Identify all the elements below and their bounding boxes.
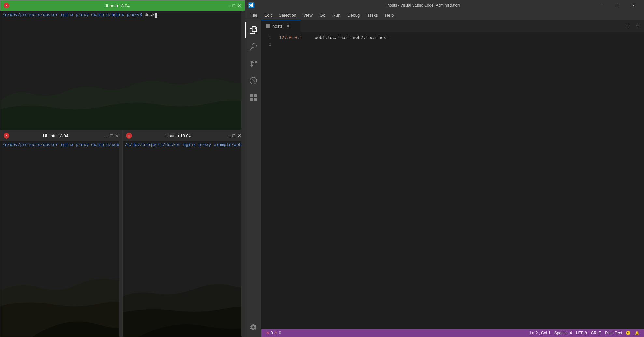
terminal-bottom-right-controls: − □ ✕	[228, 133, 241, 138]
terminal-top-minimize[interactable]: −	[228, 3, 231, 8]
terminal-bottom-left-scrollbar[interactable]	[119, 141, 122, 337]
terminal-bottom-right-close[interactable]: ✕	[237, 133, 241, 138]
terminal-bottom-left-minimize[interactable]: −	[105, 133, 108, 138]
status-bell[interactable]: 🔔	[633, 329, 641, 337]
svg-rect-5	[254, 98, 257, 101]
vscode-status-bar: ✕ 0 ⚠ 0 Ln 2, Col 1 Spaces: 4 UTF-8 CR	[261, 329, 644, 337]
terminal-bottom-right-scrollbar[interactable]	[241, 141, 245, 337]
code-hosts: web1.localhost web2.localhost	[304, 35, 388, 40]
terminal-bottom-right-path: /c/dev/projects/docker-nginx-proxy-examp…	[125, 142, 245, 147]
terminal-bottom-right-icon	[126, 133, 132, 139]
line-number-2: 2	[261, 41, 275, 47]
vscode-window: hosts - Visual Studio Code [Administrato…	[245, 0, 644, 337]
debug-icon[interactable]	[245, 73, 261, 88]
left-side: Ubuntu 18.04 − □ ✕ /c/dev/projects/docke…	[0, 0, 245, 337]
vscode-window-controls: ─ □ ✕	[593, 0, 641, 10]
split-editor-btn[interactable]: ⊟	[623, 21, 632, 31]
terminal-top-path: /c/dev/projects/docker-nginx-proxy-examp…	[2, 12, 142, 17]
terminal-bottom-left-path: /c/dev/projects/docker-nginx-proxy-examp…	[2, 142, 122, 147]
svg-line-1	[251, 79, 255, 83]
vscode-maximize-btn[interactable]: □	[609, 0, 624, 10]
menu-go[interactable]: Go	[316, 11, 329, 19]
terminal-bottom-right-titlebar: Ubuntu 18.04 − □ ✕	[123, 130, 245, 141]
code-line-2	[279, 41, 640, 47]
status-left: ✕ 0 ⚠ 0	[264, 329, 283, 337]
terminal-bottom-left-controls: − □ ✕	[105, 133, 119, 138]
vscode-editor-area: hosts ✕ ⊟ ⋯ 1 2 127.0.0.1 web1.loca	[261, 20, 644, 337]
more-actions-btn[interactable]: ⋯	[633, 21, 642, 31]
vscode-menubar: File Edit Selection View Go Run Debug Ta…	[245, 10, 644, 20]
hosts-tab[interactable]: hosts ✕	[261, 20, 301, 32]
vscode-line-numbers: 1 2	[261, 32, 275, 329]
error-icon: ✕	[266, 331, 269, 335]
terminal-bottom-left-maximize[interactable]: □	[110, 133, 113, 138]
status-language[interactable]: Plain Text	[603, 329, 624, 337]
terminals-bottom: Ubuntu 18.04 − □ ✕ /c/dev/projects/docke	[0, 130, 245, 337]
terminal-top-close[interactable]: ✕	[237, 3, 241, 8]
explorer-icon[interactable]	[245, 22, 261, 38]
terminal-top-controls: − □ ✕	[228, 3, 241, 8]
terminal-bottom-left-titlebar: Ubuntu 18.04 − □ ✕	[0, 130, 122, 141]
status-encoding[interactable]: UTF-8	[574, 329, 589, 337]
vscode-title-text: hosts - Visual Studio Code [Administrato…	[257, 3, 591, 7]
warning-count: 0	[279, 331, 281, 335]
extensions-icon[interactable]	[245, 90, 261, 105]
terminal-bottom-left-prompt: /c/dev/projects/docker-nginx-proxy-examp…	[2, 142, 120, 148]
vscode-tab-bar: hosts ✕ ⊟ ⋯	[261, 20, 644, 32]
terminal-bottom-right-maximize[interactable]: □	[233, 133, 235, 138]
terminal-top-maximize[interactable]: □	[233, 3, 235, 8]
search-activity-icon[interactable]	[245, 39, 261, 55]
vscode-minimize-btn[interactable]: ─	[593, 0, 608, 10]
terminal-top-cursor	[155, 13, 157, 18]
status-spaces[interactable]: Spaces: 4	[553, 329, 574, 337]
menu-selection[interactable]: Selection	[275, 11, 299, 19]
menu-view[interactable]: View	[300, 11, 316, 19]
terminal-bottom-left-close[interactable]: ✕	[115, 133, 119, 138]
terminal-bottom-right-minimize[interactable]: −	[228, 133, 231, 138]
settings-icon[interactable]	[245, 319, 261, 335]
terminal-bottom-right-title: Ubuntu 18.04	[134, 133, 222, 138]
vscode-titlebar: hosts - Visual Studio Code [Administrato…	[245, 0, 644, 10]
vscode-close-btn[interactable]: ✕	[626, 0, 641, 10]
terminal-top-scrollbar[interactable]	[241, 11, 245, 130]
vscode-code-area[interactable]: 127.0.0.1 web1.localhost web2.localhost	[275, 32, 644, 329]
terminal-bottom-left-title: Ubuntu 18.04	[12, 133, 99, 138]
vscode-main: hosts ✕ ⊟ ⋯ 1 2 127.0.0.1 web1.loca	[245, 20, 644, 337]
terminal-bottom-left-landscape	[0, 229, 122, 337]
source-control-icon[interactable]	[245, 56, 261, 72]
menu-tasks[interactable]: Tasks	[364, 11, 381, 19]
svg-rect-3	[254, 94, 257, 97]
menu-debug[interactable]: Debug	[344, 11, 363, 19]
terminal-bottom-right: Ubuntu 18.04 − □ ✕ /c/dev/projects/docke	[122, 130, 245, 337]
error-count: 0	[271, 331, 273, 335]
hosts-tab-close[interactable]: ✕	[285, 23, 291, 29]
terminal-bottom-left-icon	[4, 133, 9, 139]
terminal-top-icon	[4, 3, 9, 8]
terminal-top-titlebar: Ubuntu 18.04 − □ ✕	[0, 0, 245, 11]
terminal-bottom-left: Ubuntu 18.04 − □ ✕ /c/dev/projects/docke	[0, 130, 122, 337]
terminal-bottom-left-body: /c/dev/projects/docker-nginx-proxy-examp…	[0, 141, 122, 337]
terminal-bottom-right-landscape	[123, 229, 245, 337]
menu-file[interactable]: File	[247, 11, 260, 19]
terminal-top-landscape	[0, 64, 245, 130]
tab-actions: ⊟ ⋯	[621, 20, 644, 32]
menu-run[interactable]: Run	[329, 11, 343, 19]
warning-icon: ⚠	[274, 331, 278, 335]
status-smiley[interactable]: 🙂	[624, 329, 633, 337]
terminal-top-cmd: dock	[145, 12, 155, 17]
terminal-bottom-right-body: /c/dev/projects/docker-nginx-proxy-examp…	[123, 141, 245, 337]
svg-rect-6	[266, 24, 270, 28]
terminal-top-prompt: /c/dev/projects/docker-nginx-proxy-examp…	[2, 12, 243, 18]
terminal-top-title: Ubuntu 18.04	[12, 3, 222, 8]
line-number-1: 1	[261, 34, 275, 41]
status-errors[interactable]: ✕ 0 ⚠ 0	[264, 329, 283, 337]
status-line-ending[interactable]: CRLF	[589, 329, 603, 337]
svg-rect-2	[250, 94, 253, 97]
terminal-bottom-right-prompt: /c/dev/projects/docker-nginx-proxy-examp…	[125, 142, 243, 148]
hosts-tab-icon	[265, 24, 270, 28]
vscode-editor-content[interactable]: 1 2 127.0.0.1 web1.localhost web2.localh…	[261, 32, 644, 329]
hosts-tab-label: hosts	[273, 24, 283, 29]
status-line-col[interactable]: Ln 2, Col 1	[528, 329, 552, 337]
menu-edit[interactable]: Edit	[261, 11, 275, 19]
menu-help[interactable]: Help	[382, 11, 397, 19]
